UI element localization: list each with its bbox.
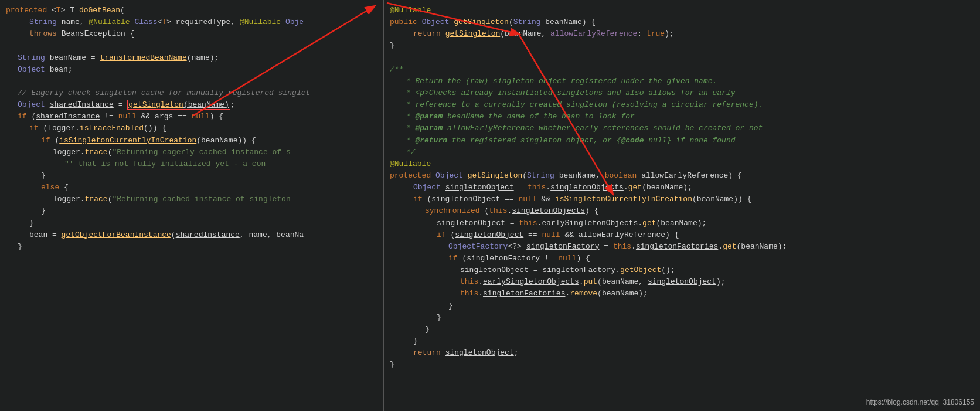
code-line: * Return the (raw) singleton object regi…: [390, 76, 980, 87]
code-line: logger.trace("Returning eagerly cached i…: [6, 147, 383, 158]
code-line: if (sharedInstance != null && args == nu…: [6, 111, 383, 123]
code-line: }: [6, 170, 383, 182]
code-line: * @param allowEarlyReference whether ear…: [390, 123, 980, 134]
code-line: * @param beanName the name of the bean t…: [390, 111, 980, 123]
code-line: }: [390, 324, 980, 335]
code-line: public Object getSingleton(String beanNa…: [390, 16, 980, 28]
code-line: }: [6, 205, 383, 217]
code-line: }: [390, 300, 980, 312]
code-line: protected Object getSingleton(String bea…: [390, 170, 980, 182]
code-line: Object singletonObject = this.singletonO…: [390, 182, 980, 193]
code-line: }: [390, 359, 980, 371]
code-line: synchronized (this.singletonObjects) {: [390, 205, 980, 217]
code-line: "' that is not fully initialized yet - a…: [6, 158, 383, 170]
code-line: return getSingleton(beanName, allowEarly…: [390, 28, 980, 40]
code-line: else {: [6, 182, 383, 193]
code-line: /**: [390, 64, 980, 76]
code-line: }: [390, 40, 980, 52]
code-line: @Nullable: [390, 158, 980, 170]
left-panel: protected <T> T doGetBean( String name, …: [0, 0, 384, 411]
code-line: @Nullable: [390, 5, 980, 16]
code-line: */: [390, 147, 980, 158]
code-line: * <p>Checks already instantiated singlet…: [390, 87, 980, 99]
code-line: Object bean;: [6, 64, 383, 76]
code-line: singletonObject = singletonFactory.getOb…: [390, 264, 980, 276]
code-line: [6, 76, 383, 87]
code-line: Object sharedInstance = getSingleton(bea…: [6, 99, 383, 111]
code-line: if (singletonFactory != null) {: [390, 253, 980, 264]
code-line: if (singletonObject == null && isSinglet…: [390, 193, 980, 205]
code-line: if (logger.isTraceEnabled()) {: [6, 123, 383, 134]
code-line: bean = getObjectForBeanInstance(sharedIn…: [6, 229, 383, 241]
code-line: this.singletonFactories.remove(beanName)…: [390, 288, 980, 300]
right-panel: @Nullable public Object getSingleton(Str…: [384, 0, 980, 411]
code-line: [390, 52, 980, 64]
code-line: this.earlySingletonObjects.put(beanName,…: [390, 276, 980, 288]
code-line: if (singletonObject == null && allowEarl…: [390, 229, 980, 241]
code-line: protected <T> T doGetBean(: [6, 5, 383, 16]
code-line: String beanName = transformedBeanName(na…: [6, 52, 383, 64]
code-line: }: [390, 312, 980, 324]
code-line: String name, @Nullable Class<T> required…: [6, 16, 383, 28]
code-line: ObjectFactory<?> singletonFactory = this…: [390, 241, 980, 253]
code-line: logger.trace("Returning cached instance …: [6, 193, 383, 205]
watermark: https://blog.csdn.net/qq_31806155: [866, 398, 974, 406]
code-line: if (isSingletonCurrentlyInCreation(beanN…: [6, 135, 383, 147]
code-line: * reference to a currently created singl…: [390, 99, 980, 111]
code-line: }: [390, 335, 980, 347]
code-line: [6, 40, 383, 52]
code-line: * @return the registered singleton objec…: [390, 135, 980, 147]
code-line: return singletonObject;: [390, 347, 980, 359]
main-container: protected <T> T doGetBean( String name, …: [0, 0, 980, 411]
code-line: // Eagerly check singleton cache for man…: [6, 87, 383, 99]
code-line: singletonObject = this.earlySingletonObj…: [390, 218, 980, 229]
code-line: }: [6, 241, 383, 253]
code-line: }: [6, 218, 383, 229]
code-line: throws BeansException {: [6, 28, 383, 40]
